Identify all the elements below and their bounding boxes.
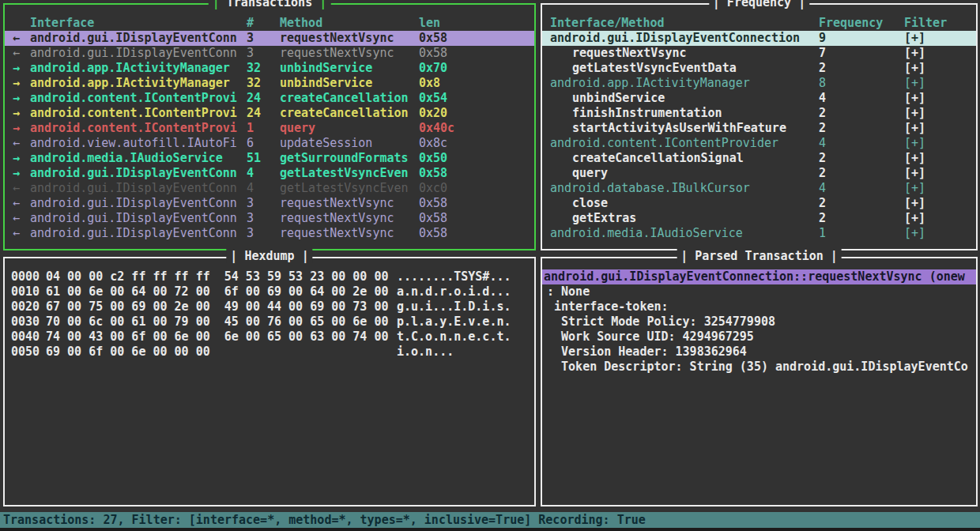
table-row[interactable]: →android.gui.IDisplayEventConn4getLatest… xyxy=(5,166,534,181)
cell-name: getExtras xyxy=(550,211,819,226)
cell-len: 0x40c xyxy=(419,121,534,136)
direction-icon: → xyxy=(13,106,30,121)
frequency-row[interactable]: getLatestVsyncEventData2[+] xyxy=(542,61,976,76)
hex-ascii: t.C.o.n.n.e.c.t. xyxy=(397,330,511,344)
filter-add-button[interactable]: [+] xyxy=(904,121,976,136)
frequency-row[interactable]: android.media.IAudioService1[+] xyxy=(542,226,976,241)
parsed-line[interactable]: interface-token: xyxy=(542,299,976,314)
cell-interface: android.gui.IDisplayEventConn xyxy=(30,181,247,196)
cell-count: 32 xyxy=(247,61,280,76)
frequency-row[interactable]: unbindService4[+] xyxy=(542,91,976,106)
table-row[interactable]: →android.content.IContentProvi1query0x40… xyxy=(5,121,534,136)
cell-frequency: 2 xyxy=(819,61,904,76)
cell-name: finishInstrumentation xyxy=(550,106,819,121)
hex-ascii: a.n.d.r.o.i.d... xyxy=(397,284,511,299)
hexdump-row: 000004 00 00 c2 ff ff ff ff 54 53 59 53 … xyxy=(5,269,534,284)
cell-name: android.database.IBulkCursor xyxy=(550,181,819,196)
direction-icon: → xyxy=(13,91,30,106)
hexdump-row: 004074 00 43 00 6f 00 6e 00 6e 00 65 00 … xyxy=(5,330,534,345)
table-row[interactable]: ←android.view.autofill.IAutoFi6updateSes… xyxy=(5,136,534,151)
direction-icon: ← xyxy=(13,46,30,61)
hexdump-row: 005069 00 6f 00 6e 00 00 00i.o.n... xyxy=(5,345,534,360)
cell-interface: android.gui.IDisplayEventConn xyxy=(30,166,247,181)
cell-method: requestNextVsync xyxy=(280,196,419,211)
cell-frequency: 2 xyxy=(819,211,904,226)
parsed-line[interactable]: : None xyxy=(542,284,976,299)
table-row[interactable]: →android.media.IAudioService51getSurroun… xyxy=(5,151,534,166)
filter-add-button[interactable]: [+] xyxy=(904,61,976,76)
filter-add-button[interactable]: [+] xyxy=(904,226,976,241)
cell-interface: android.gui.IDisplayEventConn xyxy=(30,211,247,226)
filter-add-button[interactable]: [+] xyxy=(904,76,976,91)
frequency-row[interactable]: startActivityAsUserWithFeature2[+] xyxy=(542,121,976,136)
frequency-panel[interactable]: | Frequency | Interface/Method Frequency… xyxy=(541,3,978,250)
header-spacer xyxy=(13,16,30,31)
frequency-row[interactable]: android.app.IActivityManager8[+] xyxy=(542,76,976,91)
cell-name: close xyxy=(550,196,819,211)
table-row-selected[interactable]: ←android.gui.IDisplayEventConn3requestNe… xyxy=(5,31,534,46)
parsed-line[interactable]: Version Header: 1398362964 xyxy=(542,345,976,360)
table-row[interactable]: ←android.gui.IDisplayEventConn3requestNe… xyxy=(5,211,534,226)
cell-count: 3 xyxy=(247,46,280,61)
frequency-row[interactable]: createCancellationSignal2[+] xyxy=(542,151,976,166)
cell-method: requestNextVsync xyxy=(280,46,419,61)
table-row[interactable]: →android.app.IActivityManager32unbindSer… xyxy=(5,61,534,76)
table-row[interactable]: ←android.gui.IDisplayEventConn4getLatest… xyxy=(5,181,534,196)
cell-interface: android.app.IActivityManager xyxy=(30,76,247,91)
cell-len: 0x50 xyxy=(419,151,534,166)
cell-frequency: 2 xyxy=(819,166,904,181)
table-row[interactable]: ←android.gui.IDisplayEventConn3requestNe… xyxy=(5,226,534,241)
parsed-line[interactable]: Token Descriptor: String (35) android.gu… xyxy=(542,360,976,375)
cell-count: 24 xyxy=(247,91,280,106)
parsed-transaction-panel[interactable]: | Parsed Transaction | android.gui.IDisp… xyxy=(541,257,978,507)
frequency-row[interactable]: requestNextVsync7[+] xyxy=(542,46,976,61)
filter-add-button[interactable]: [+] xyxy=(904,196,976,211)
frequency-row[interactable]: finishInstrumentation2[+] xyxy=(542,106,976,121)
filter-add-button[interactable]: [+] xyxy=(904,91,976,106)
frequency-row[interactable]: android.content.IContentProvider4[+] xyxy=(542,136,976,151)
frequency-row[interactable]: android.database.IBulkCursor4[+] xyxy=(542,181,976,196)
filter-add-button[interactable]: [+] xyxy=(904,151,976,166)
cell-len: 0x58 xyxy=(419,211,534,226)
hex-bytes: 74 00 43 00 6f 00 6e 00 6e 00 65 00 63 0… xyxy=(46,330,397,345)
parsed-selected-line[interactable]: android.gui.IDisplayEventConnection::req… xyxy=(542,269,976,284)
cell-frequency: 2 xyxy=(819,106,904,121)
cell-frequency: 1 xyxy=(819,226,904,241)
frequency-row[interactable]: close2[+] xyxy=(542,196,976,211)
direction-icon: → xyxy=(13,166,30,181)
table-row[interactable]: →android.app.IActivityManager32unbindSer… xyxy=(5,76,534,91)
table-row[interactable]: ←android.gui.IDisplayEventConn3requestNe… xyxy=(5,196,534,211)
frequency-row[interactable]: query2[+] xyxy=(542,166,976,181)
hex-ascii: ........TSYS#... xyxy=(397,269,511,284)
table-row[interactable]: ←android.gui.IDisplayEventConn3requestNe… xyxy=(5,46,534,61)
cell-interface: android.app.IActivityManager xyxy=(30,61,247,76)
transactions-panel[interactable]: | Transactions | Interface # Method len … xyxy=(3,3,536,250)
direction-icon: → xyxy=(13,151,30,166)
cell-method: updateSession xyxy=(280,136,419,151)
parsed-line[interactable]: Work Source UID: 4294967295 xyxy=(542,330,976,345)
hex-bytes: 61 00 6e 00 64 00 72 00 6f 00 69 00 64 0… xyxy=(46,284,397,299)
cell-count: 3 xyxy=(247,196,280,211)
table-row[interactable]: →android.content.IContentProvi24createCa… xyxy=(5,106,534,121)
filter-add-button[interactable]: [+] xyxy=(904,46,976,61)
cell-name: query xyxy=(550,166,819,181)
cell-count: 4 xyxy=(247,166,280,181)
filter-add-button[interactable]: [+] xyxy=(904,211,976,226)
filter-add-button[interactable]: [+] xyxy=(904,136,976,151)
filter-add-button[interactable]: [+] xyxy=(904,181,976,196)
filter-add-button[interactable]: [+] xyxy=(904,166,976,181)
filter-add-button[interactable]: [+] xyxy=(904,31,976,46)
cell-method: createCancellation xyxy=(280,91,419,106)
col-header-frequency: Frequency xyxy=(819,16,904,31)
frequency-row-selected[interactable]: android.gui.IDisplayEventConnection9[+] xyxy=(542,31,976,46)
filter-add-button[interactable]: [+] xyxy=(904,106,976,121)
col-header-name: Interface/Method xyxy=(550,16,819,31)
parsed-line[interactable]: Strict Mode Policy: 3254779908 xyxy=(542,314,976,330)
table-row[interactable]: →android.content.IContentProvi24createCa… xyxy=(5,91,534,106)
cell-method: createCancellation xyxy=(280,106,419,121)
cell-frequency: 2 xyxy=(819,151,904,166)
frequency-row[interactable]: getExtras2[+] xyxy=(542,211,976,226)
cell-count: 4 xyxy=(247,181,280,196)
hexdump-panel[interactable]: | Hexdump | 000004 00 00 c2 ff ff ff ff … xyxy=(3,257,536,507)
bottom-strip xyxy=(0,528,980,531)
